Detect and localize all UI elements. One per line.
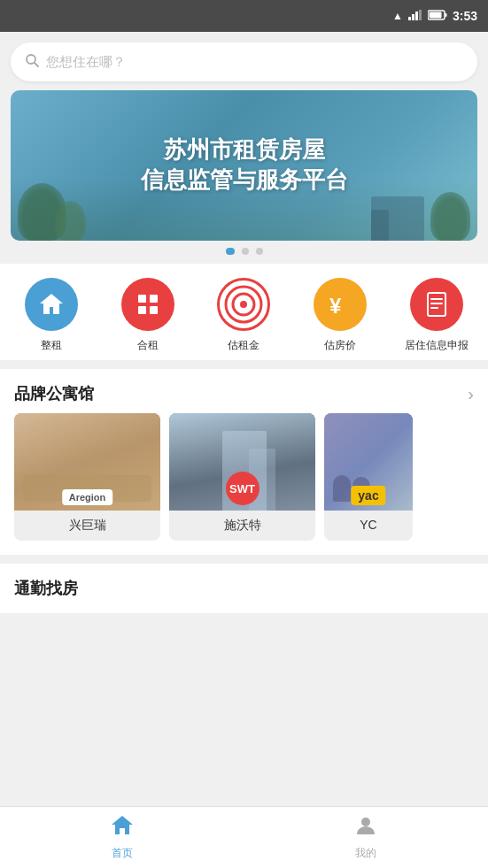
hotel-name-shiwote: 施沃特 <box>169 511 315 541</box>
gufangjia-icon: ¥ <box>314 278 367 331</box>
svg-line-8 <box>35 63 38 66</box>
hezi-icon <box>121 278 174 331</box>
svg-rect-19 <box>430 303 443 304</box>
category-bar: 整租 合租 估租金 <box>0 264 488 360</box>
status-time: 3:53 <box>453 9 477 23</box>
hotel-logo-yc: yac <box>351 486 385 505</box>
search-placeholder: 您想住在哪？ <box>46 54 126 71</box>
hotel-img-shiwote: SWT <box>169 413 315 511</box>
guzujin-label: 估租金 <box>228 338 259 353</box>
nav-item-mine[interactable]: 我的 <box>244 807 489 868</box>
banner-background: 苏州市租赁房屋 信息监管与服务平台 <box>11 90 477 241</box>
hotel-img-yc: yac <box>324 413 413 511</box>
brand-section-arrow[interactable]: › <box>468 384 474 404</box>
hotel-logo-xingju: Aregion <box>62 489 113 505</box>
hotel-cards-list: Aregion 兴巨瑞 SWT 施沃特 <box>0 413 488 555</box>
svg-rect-20 <box>430 307 438 309</box>
home-nav-label: 首页 <box>112 846 133 861</box>
banner-line2: 信息监管与服务平台 <box>141 165 348 196</box>
svg-rect-5 <box>445 13 446 17</box>
hotel-logo-shiwote: SWT <box>226 472 259 505</box>
hotel-card-xingju[interactable]: Aregion 兴巨瑞 <box>14 413 160 541</box>
brand-section: 品牌公寓馆 › Aregion 兴巨瑞 <box>0 369 488 555</box>
status-icons: ▲ 3:53 <box>392 9 477 23</box>
banner-text: 苏州市租赁房屋 信息监管与服务平台 <box>141 135 348 196</box>
svg-rect-1 <box>412 14 414 20</box>
hotel-name-xingju: 兴巨瑞 <box>14 511 160 541</box>
search-bar[interactable]: 您想住在哪？ <box>11 42 477 81</box>
svg-rect-2 <box>415 12 418 20</box>
hotel-card-yc[interactable]: yac YC <box>324 413 413 541</box>
banner-line1: 苏州市租赁房屋 <box>141 135 348 165</box>
svg-rect-0 <box>408 17 411 20</box>
commute-section-title: 通勤找房 <box>14 580 78 597</box>
dot-3[interactable] <box>256 248 263 255</box>
nav-item-home[interactable]: 首页 <box>0 807 244 868</box>
svg-rect-3 <box>419 10 422 20</box>
svg-rect-18 <box>430 298 443 300</box>
category-hezi[interactable]: 合租 <box>112 278 183 353</box>
dot-2[interactable] <box>242 248 249 255</box>
hotel-card-shiwote[interactable]: SWT 施沃特 <box>169 413 315 541</box>
svg-rect-11 <box>138 306 146 314</box>
svg-point-15 <box>240 301 247 308</box>
hotel-name-yc: YC <box>324 511 413 539</box>
home-nav-icon <box>111 814 134 842</box>
svg-rect-9 <box>138 295 146 303</box>
banner-dots <box>0 248 488 255</box>
banner[interactable]: 苏州市租赁房屋 信息监管与服务平台 <box>11 90 477 241</box>
category-juzhuinfo[interactable]: 居住信息申报 <box>401 278 472 353</box>
svg-text:¥: ¥ <box>329 294 342 318</box>
mine-nav-icon <box>354 814 377 842</box>
bottom-nav: 首页 我的 <box>0 806 488 868</box>
svg-rect-12 <box>150 306 158 314</box>
hezi-label: 合租 <box>137 338 159 353</box>
category-zhengzu[interactable]: 整租 <box>16 278 87 353</box>
guzujin-icon <box>217 278 270 331</box>
brand-section-title: 品牌公寓馆 <box>14 383 94 404</box>
main-content: 您想住在哪？ 苏州市租赁房屋 信息监管与服务平台 <box>0 32 488 868</box>
gufangjia-label: 估房价 <box>324 338 356 353</box>
svg-rect-10 <box>150 295 158 303</box>
wifi-icon: ▲ <box>392 10 403 22</box>
status-bar: ▲ 3:53 <box>0 0 488 32</box>
svg-point-21 <box>361 818 370 826</box>
brand-section-header: 品牌公寓馆 › <box>0 369 488 413</box>
juzhuinfo-icon <box>410 278 463 331</box>
juzhuinfo-label: 居住信息申报 <box>405 338 469 353</box>
category-gufangjia[interactable]: ¥ 估房价 <box>305 278 376 353</box>
mine-nav-label: 我的 <box>355 846 376 861</box>
search-icon <box>25 53 39 71</box>
category-guzujin[interactable]: 估租金 <box>208 278 279 353</box>
commute-section: 通勤找房 <box>0 564 488 613</box>
svg-rect-6 <box>429 12 441 18</box>
battery-icon <box>428 10 447 23</box>
zhengzu-icon <box>25 278 78 331</box>
signal-icon <box>408 10 422 23</box>
zhengzu-label: 整租 <box>41 338 62 353</box>
dot-1[interactable] <box>226 248 235 255</box>
hotel-img-xingju: Aregion <box>14 413 160 511</box>
